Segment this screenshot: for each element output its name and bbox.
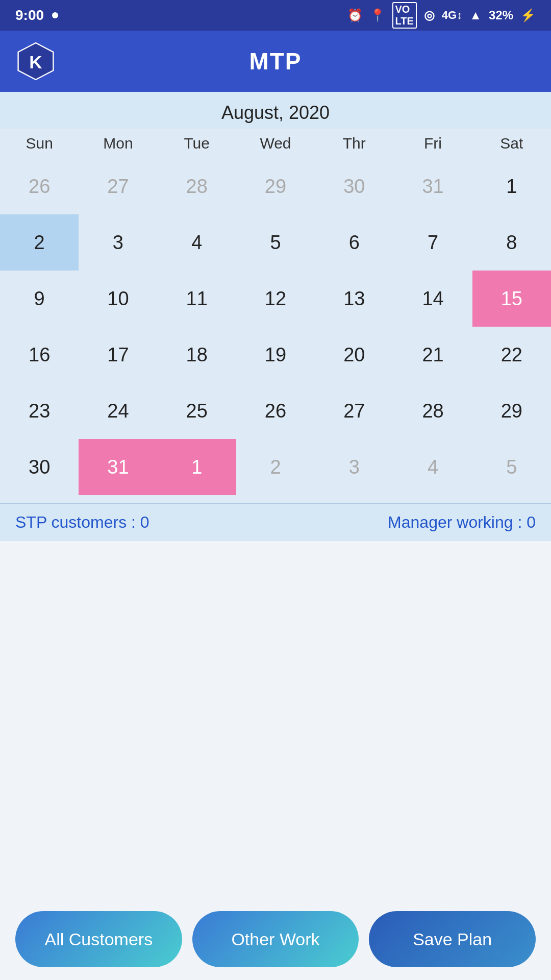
weekday-header: Sun (0, 129, 79, 158)
calendar-day-cell[interactable]: 1 (158, 439, 236, 495)
calendar-day-cell[interactable]: 3 (315, 439, 393, 495)
calendar-day-cell[interactable]: 10 (79, 271, 157, 327)
calendar-day-cell[interactable]: 7 (393, 214, 472, 271)
stp-customers-label: STP customers : 0 (15, 513, 149, 532)
calendar-container: August, 2020 SunMonTueWedThrFriSat 26272… (0, 92, 551, 503)
manager-working-label: Manager working : 0 (388, 513, 536, 532)
calendar-day-cell[interactable]: 2 (236, 439, 315, 495)
status-bar-left: 9:00 (15, 7, 58, 23)
wifi-icon: ◎ (424, 8, 435, 22)
svg-text:K: K (29, 52, 42, 72)
calendar-day-cell[interactable]: 31 (393, 158, 472, 214)
calendar-day-cell[interactable]: 14 (393, 271, 472, 327)
calendar-day-cell[interactable]: 17 (79, 327, 157, 383)
calendar-day-cell[interactable]: 26 (0, 158, 79, 214)
calendar-day-cell[interactable]: 22 (472, 327, 551, 383)
calendar-day-cell[interactable]: 13 (315, 271, 393, 327)
calendar-week-row: 9101112131415 (0, 271, 551, 327)
calendar-day-cell[interactable]: 27 (315, 383, 393, 439)
signal-icon: ▲ (469, 8, 482, 22)
calendar-week-row: 303112345 (0, 439, 551, 495)
calendar-day-cell[interactable]: 27 (79, 158, 157, 214)
calendar-day-cell[interactable]: 5 (472, 439, 551, 495)
calendar-day-cell[interactable]: 23 (0, 383, 79, 439)
calendar-day-cell[interactable]: 6 (315, 214, 393, 271)
calendar-week-row: 23242526272829 (0, 383, 551, 439)
weekday-header: Sat (472, 129, 551, 158)
calendar-day-cell[interactable]: 25 (158, 383, 236, 439)
calendar-day-cell[interactable]: 2 (0, 214, 79, 271)
calendar-day-cell[interactable]: 30 (0, 439, 79, 495)
status-bar-right: ⏰ 📍 VOLTE ◎ 4G↕ ▲ 32% ⚡ (347, 2, 536, 29)
bottom-bar: All Customers Other Work Save Plan (0, 898, 551, 980)
calendar-day-cell[interactable]: 11 (158, 271, 236, 327)
calendar-day-cell[interactable]: 19 (236, 327, 315, 383)
calendar-body: 2627282930311234567891011121314151617181… (0, 158, 551, 495)
calendar-day-cell[interactable]: 3 (79, 214, 157, 271)
calendar-week-row: 2627282930311 (0, 158, 551, 214)
status-dot (52, 12, 58, 18)
calendar-day-cell[interactable]: 12 (236, 271, 315, 327)
calendar-day-cell[interactable]: 1 (472, 158, 551, 214)
calendar-day-cell[interactable]: 9 (0, 271, 79, 327)
app-header: K MTP (0, 31, 551, 92)
weekday-header: Wed (236, 129, 315, 158)
weekday-header: Thr (315, 129, 393, 158)
calendar-day-cell[interactable]: 20 (315, 327, 393, 383)
calendar-week-row: 2345678 (0, 214, 551, 271)
volte-icon: VOLTE (392, 2, 417, 29)
calendar-day-cell[interactable]: 4 (158, 214, 236, 271)
alarm-icon: ⏰ (347, 8, 363, 22)
location-icon: 📍 (370, 8, 385, 22)
calendar-grid: SunMonTueWedThrFriSat 262728293031123456… (0, 129, 551, 495)
calendar-day-cell[interactable]: 30 (315, 158, 393, 214)
calendar-day-cell[interactable]: 29 (472, 383, 551, 439)
battery-label: 32% (489, 8, 513, 22)
info-row: STP customers : 0 Manager working : 0 (0, 503, 551, 541)
calendar-day-cell[interactable]: 31 (79, 439, 157, 495)
4g-icon: 4G↕ (442, 9, 462, 22)
calendar-day-cell[interactable]: 15 (472, 271, 551, 327)
calendar-week-row: 16171819202122 (0, 327, 551, 383)
battery-icon: ⚡ (520, 8, 536, 22)
weekday-header-row: SunMonTueWedThrFriSat (0, 129, 551, 158)
calendar-day-cell[interactable]: 5 (236, 214, 315, 271)
weekday-header: Fri (393, 129, 472, 158)
all-customers-button[interactable]: All Customers (15, 911, 182, 967)
calendar-day-cell[interactable]: 29 (236, 158, 315, 214)
status-bar: 9:00 ⏰ 📍 VOLTE ◎ 4G↕ ▲ 32% ⚡ (0, 0, 551, 31)
time-label: 9:00 (15, 7, 44, 23)
calendar-day-cell[interactable]: 16 (0, 327, 79, 383)
calendar-day-cell[interactable]: 4 (393, 439, 472, 495)
calendar-day-cell[interactable]: 8 (472, 214, 551, 271)
other-work-button[interactable]: Other Work (192, 911, 359, 967)
calendar-day-cell[interactable]: 24 (79, 383, 157, 439)
calendar-day-cell[interactable]: 28 (393, 383, 472, 439)
weekday-header: Tue (158, 129, 236, 158)
calendar-day-cell[interactable]: 28 (158, 158, 236, 214)
calendar-day-cell[interactable]: 21 (393, 327, 472, 383)
weekday-header: Mon (79, 129, 157, 158)
calendar-day-cell[interactable]: 26 (236, 383, 315, 439)
app-logo: K (15, 41, 56, 82)
save-plan-button[interactable]: Save Plan (369, 911, 536, 967)
calendar-day-cell[interactable]: 18 (158, 327, 236, 383)
calendar-month-label: August, 2020 (0, 92, 551, 129)
app-title: MTP (249, 47, 302, 75)
